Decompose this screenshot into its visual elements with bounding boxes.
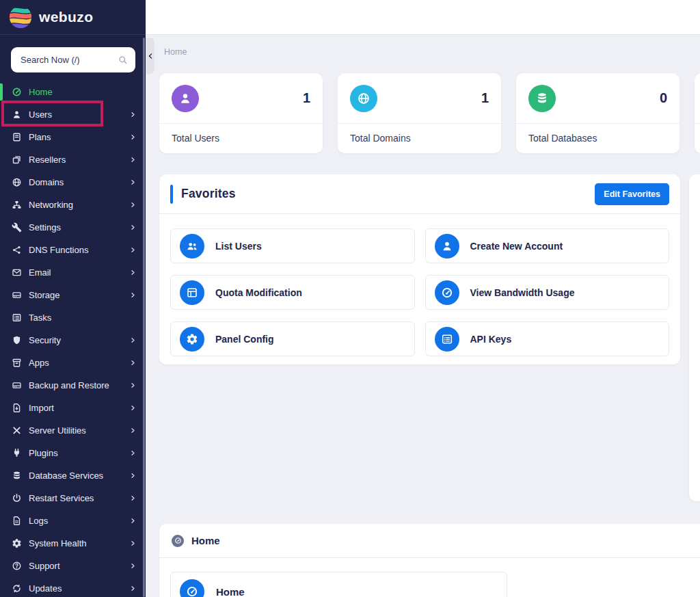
sidebar-item-updates[interactable]: Updates bbox=[0, 577, 146, 597]
home-shortcut-home[interactable]: Home bbox=[170, 572, 507, 597]
favorites-accent-bar bbox=[170, 185, 173, 204]
sidebar-item-restart-services[interactable]: Restart Services bbox=[0, 487, 146, 509]
sidebar-item-backup-and-restore[interactable]: Backup and Restore bbox=[0, 374, 146, 397]
sidebar-item-settings[interactable]: Settings bbox=[0, 216, 146, 239]
sidebar-item-resellers[interactable]: Resellers bbox=[0, 148, 146, 171]
user-icon bbox=[12, 109, 22, 120]
edit-favorites-button[interactable]: Edit Favorites bbox=[595, 183, 669, 205]
stats-row: 1Total Users1Total Domains0Total Databas… bbox=[159, 73, 700, 153]
stat-value: 1 bbox=[481, 90, 489, 106]
tachometer-icon bbox=[186, 585, 198, 597]
sidebar-item-plugins[interactable]: Plugins bbox=[0, 442, 146, 464]
search-icon bbox=[118, 55, 128, 65]
sidebar-item-label: Networking bbox=[29, 200, 123, 210]
favorite-item-list-users[interactable]: List Users bbox=[170, 228, 415, 263]
stat-card-top: 1 bbox=[159, 73, 323, 124]
sidebar-item-label: Support bbox=[29, 561, 123, 571]
stat-card-partial bbox=[695, 73, 700, 153]
sidebar-item-label: Email bbox=[29, 267, 123, 278]
chevron-right-icon bbox=[130, 473, 136, 479]
sidebar-collapse-toggle[interactable] bbox=[146, 38, 154, 74]
sidebar-item-label: DNS Functions bbox=[29, 245, 123, 255]
database-icon bbox=[12, 470, 22, 481]
favorite-item-view-bandwidth-usage[interactable]: View Bandwidth Usage bbox=[425, 275, 670, 310]
chevron-right-icon bbox=[130, 585, 136, 592]
app-logo[interactable]: webuzo bbox=[0, 0, 146, 35]
list-icon bbox=[12, 313, 22, 323]
favorite-icon-circle bbox=[180, 280, 204, 305]
sidebar-item-system-health[interactable]: System Health bbox=[0, 532, 146, 555]
search-input[interactable] bbox=[11, 47, 135, 72]
sidebar-item-users[interactable]: Users bbox=[0, 103, 146, 126]
tools-icon bbox=[12, 425, 22, 436]
share-icon bbox=[12, 245, 22, 255]
sidebar-scrollbar[interactable] bbox=[143, 38, 145, 597]
favorite-icon-circle bbox=[435, 234, 459, 258]
favorite-item-label: API Keys bbox=[470, 334, 512, 345]
favorite-item-panel-config[interactable]: Panel Config bbox=[170, 321, 415, 356]
favorites-title: Favorites bbox=[181, 187, 236, 201]
sidebar-item-label: Plans bbox=[29, 132, 123, 142]
tachometer-icon bbox=[441, 287, 453, 299]
sidebar-item-label: Security bbox=[29, 335, 123, 345]
sidebar-item-home[interactable]: Home bbox=[0, 81, 146, 103]
sidebar-item-label: System Health bbox=[29, 538, 123, 548]
sidebar-item-label: Logs bbox=[29, 516, 123, 526]
favorites-grid: List UsersCreate New AccountQuota Modifi… bbox=[159, 214, 680, 371]
chevron-right-icon bbox=[130, 224, 136, 230]
breadcrumb[interactable]: Home bbox=[164, 47, 187, 57]
user-icon bbox=[441, 240, 453, 252]
sidebar-item-plans[interactable]: Plans bbox=[0, 126, 146, 148]
sidebar-item-domains[interactable]: Domains bbox=[0, 171, 146, 194]
sidebar-item-database-services[interactable]: Database Services bbox=[0, 464, 146, 487]
sidebar-item-security[interactable]: Security bbox=[0, 329, 146, 351]
chevron-left-icon bbox=[147, 53, 154, 59]
stat-card-top bbox=[695, 73, 700, 124]
home-shortcut-icon-circle bbox=[180, 579, 204, 597]
chevron-right-icon bbox=[130, 202, 136, 208]
favorite-item-api-keys[interactable]: API Keys bbox=[425, 321, 670, 356]
favorite-item-label: Panel Config bbox=[215, 334, 274, 345]
favorite-item-create-new-account[interactable]: Create New Account bbox=[425, 228, 670, 263]
user-icon bbox=[178, 92, 192, 105]
home-section-title: Home bbox=[191, 535, 220, 546]
sidebar-item-apps[interactable]: Apps bbox=[0, 351, 146, 374]
stat-value: 0 bbox=[660, 90, 667, 106]
stat-label: Total Databases bbox=[516, 124, 679, 153]
home-section-panel: Home Home bbox=[159, 524, 700, 597]
favorite-item-label: Create New Account bbox=[470, 241, 563, 252]
sidebar-item-tasks[interactable]: Tasks bbox=[0, 306, 146, 329]
favorites-header: Favorites Edit Favorites bbox=[159, 174, 680, 214]
webuzo-logo-icon bbox=[9, 5, 32, 29]
tachometer-icon bbox=[172, 535, 184, 547]
chevron-right-icon bbox=[130, 495, 136, 501]
sidebar-item-dns-functions[interactable]: DNS Functions bbox=[0, 239, 146, 261]
sidebar-item-email[interactable]: Email bbox=[0, 261, 146, 284]
sidebar-item-label: Import bbox=[29, 403, 123, 413]
stat-value: 1 bbox=[303, 90, 310, 106]
sidebar-item-logs[interactable]: Logs bbox=[0, 509, 146, 532]
sidebar-item-label: Resellers bbox=[29, 155, 123, 165]
sidebar-item-support[interactable]: Support bbox=[0, 555, 146, 577]
home-section-header: Home bbox=[159, 524, 700, 558]
sidebar-item-networking[interactable]: Networking bbox=[0, 194, 146, 216]
sidebar-item-import[interactable]: Import bbox=[0, 397, 146, 419]
sidebar-item-label: Settings bbox=[29, 222, 123, 233]
shield-icon bbox=[12, 335, 22, 345]
active-indicator bbox=[0, 83, 3, 101]
users-icon bbox=[186, 240, 198, 252]
sidebar-item-storage[interactable]: Storage bbox=[0, 284, 146, 306]
chevron-right-icon bbox=[130, 157, 136, 163]
favorite-item-quota-modification[interactable]: Quota Modification bbox=[170, 275, 415, 310]
chevron-right-icon bbox=[130, 518, 136, 524]
stat-card-top: 0 bbox=[516, 73, 679, 124]
sidebar-item-server-utilities[interactable]: Server Utilities bbox=[0, 419, 146, 442]
sidebar: webuzo HomeUsersPlansResellersDomainsNet… bbox=[0, 0, 146, 597]
globe-icon bbox=[12, 177, 22, 187]
favorite-item-label: List Users bbox=[215, 241, 262, 252]
sidebar-item-label: Updates bbox=[29, 583, 123, 594]
sidebar-menu: HomeUsersPlansResellersDomainsNetworking… bbox=[0, 81, 146, 597]
stat-label: Total Domains bbox=[338, 124, 501, 153]
wrench-icon bbox=[12, 222, 22, 233]
favorite-icon-circle bbox=[435, 327, 459, 351]
